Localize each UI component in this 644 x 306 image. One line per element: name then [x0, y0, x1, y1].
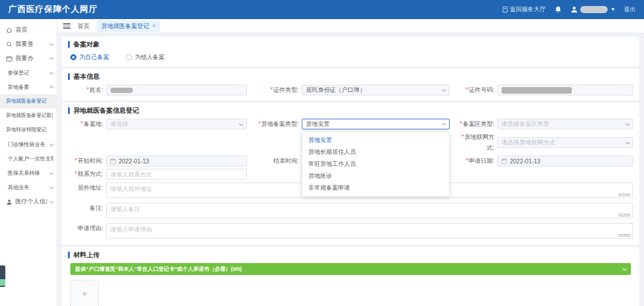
redacted-cert-no-value [501, 87, 572, 94]
material-banner[interactable]: 提供“户口簿首页”和本人“常住人口登记卡”或个人承诺书（必需）(0/0) [70, 263, 631, 275]
contact-input[interactable] [106, 169, 247, 180]
name-field[interactable] [106, 85, 247, 95]
address-label: 居外地址: [68, 183, 106, 193]
filing-type-select[interactable]: 异地安置 [302, 119, 450, 129]
remark-counter: 0/200 [618, 212, 630, 218]
zone-type-select[interactable]: 请选择备案区类型 [497, 119, 633, 129]
filing-place-select[interactable]: 请选择 [106, 119, 247, 129]
chevron-down-icon [626, 140, 630, 144]
sidebar-item-remote-medical-filing[interactable]: 异地就医备案登记 [0, 94, 57, 109]
sidebar: 首页 我要查 我要办 参保登记 异地备案 异地就医备案登记 异地就医备案登记取消… [0, 19, 57, 306]
tab-home[interactable]: 首页 [78, 22, 89, 30]
user-avatar-icon [571, 6, 578, 13]
chevron-down-icon [49, 141, 54, 146]
sidebar-item-referral-registration[interactable]: 异地转诊转院登记 [0, 123, 57, 137]
cert-no-field[interactable] [497, 85, 633, 95]
filing-place-label: *备案地: [68, 119, 106, 129]
dropdown-option[interactable]: 异地急诊 [302, 170, 449, 182]
chevron-up-icon [442, 122, 446, 126]
radio-for-other[interactable]: 为他人备案 [126, 53, 165, 61]
sidebar-item-account-withdrawal[interactable]: 个人账户一次性支取 [0, 152, 57, 166]
folder-icon [6, 55, 13, 62]
dropdown-option[interactable]: 异地长期居住人员 [302, 146, 449, 158]
section-basic-info: 基本信息 *姓名: *证件类型: 居民身份证（户口簿） [62, 69, 639, 100]
chevron-down-icon [49, 41, 54, 45]
chevron-down-icon [626, 121, 630, 125]
start-date-field[interactable]: 2022-01-13 [106, 156, 247, 166]
sidebar-item-handle[interactable]: 我要办 [0, 51, 57, 66]
name-label: *姓名: [68, 85, 106, 95]
app-title: 广西医疗保障个人网厅 [8, 4, 98, 15]
network-mode-select[interactable]: 请选择异地联网方式 [497, 137, 633, 148]
person-icon [6, 199, 13, 205]
section-title-materials: 材料上传 [62, 247, 639, 262]
apply-date-label: *申请日期: [454, 156, 497, 166]
section-materials: 材料上传 提供“户口簿首页”和本人“常住人口登记卡”或个人承诺书（必需）(0/0… [62, 247, 639, 306]
contact-label: *联系方式: [68, 169, 106, 180]
reason-label: 申请理由: [68, 223, 106, 234]
dropdown-option[interactable]: 非常规备案申请 [302, 182, 449, 194]
close-icon[interactable]: × [152, 23, 156, 29]
chevron-down-icon [49, 70, 54, 74]
plus-icon: + [82, 289, 87, 299]
dropdown-option[interactable]: 常驻异地工作人员 [302, 158, 449, 170]
end-date-label: 结束时间: [255, 156, 302, 166]
cert-no-label: *证件号码: [454, 85, 497, 95]
user-menu[interactable] [571, 6, 615, 13]
remark-label: 备注: [68, 203, 106, 214]
section-bar [68, 107, 70, 114]
section-bar [68, 41, 70, 48]
upload-button[interactable]: + [70, 280, 99, 306]
calendar-icon [501, 159, 507, 164]
start-date-label: *开始时间: [68, 156, 106, 166]
chevron-up-icon [49, 57, 54, 61]
chevron-down-icon [611, 8, 615, 11]
filing-type-dropdown: 异地安置 异地长期居住人员 常驻异地工作人员 异地急诊 非常规备案申请 [302, 131, 450, 197]
hamburger-icon[interactable] [63, 23, 70, 29]
logout-button[interactable]: 退出 [624, 5, 636, 14]
chevron-down-icon [49, 199, 54, 203]
search-icon [6, 41, 13, 48]
sidebar-item-chronic-disease[interactable]: 门诊慢性病业务 [0, 137, 57, 152]
section-bar [68, 252, 70, 258]
cert-type-select[interactable]: 居民身份证（户口簿） [302, 85, 450, 95]
chevron-down-icon [442, 87, 446, 91]
tab-bar: 首页 异地就医备案登记 × [57, 19, 644, 33]
section-title-filing-info: 异地就医备案信息登记 [62, 103, 639, 118]
sidebar-item-query[interactable]: 我要查 [0, 37, 57, 51]
sidebar-item-enroll-registration[interactable]: 参保登记 [0, 66, 57, 80]
sidebar-item-personal-info[interactable]: 医疗个人信息 [0, 194, 57, 209]
sidebar-item-insurance-transfer[interactable]: 医保关系转移 [0, 166, 57, 180]
app-header: 广西医疗保障个人网厅 返回服务大厅 退出 [0, 0, 644, 19]
radio-for-self[interactable]: 为自己备案 [70, 53, 109, 61]
return-hall-button[interactable]: 返回服务大厅 [503, 5, 546, 14]
tab-remote-filing[interactable]: 异地就医备案登记 × [97, 20, 160, 32]
cert-type-label: *证件类型: [255, 85, 302, 95]
network-mode-label: *异地联网方式: [454, 132, 497, 153]
dropdown-option[interactable]: 异地安置 [302, 134, 449, 146]
section-filing-info: 异地就医备案信息登记 *备案地: 请选择 *异地备案类型: [62, 103, 639, 245]
chevron-down-icon [239, 121, 243, 125]
section-title-record-target: 备案对象 [62, 36, 639, 51]
redacted-name-value [110, 88, 133, 93]
notification-bell-icon[interactable] [555, 6, 562, 14]
sidebar-item-home[interactable]: 首页 [0, 23, 57, 37]
apply-date-field[interactable]: 2022-01-13 [497, 156, 633, 166]
chevron-down-icon [49, 170, 54, 174]
sidebar-item-remote-filing[interactable]: 异地备案 [0, 80, 57, 94]
side-tool-handle[interactable] [0, 265, 5, 287]
zone-type-label: *备案区类型: [454, 119, 497, 129]
chevron-down-icon [49, 184, 54, 188]
reason-textarea[interactable] [106, 223, 633, 239]
chevron-up-icon [49, 85, 54, 89]
filing-type-label: *异地备案类型: [255, 119, 302, 129]
calendar-icon [110, 159, 116, 164]
section-title-basic-info: 基本信息 [62, 69, 639, 84]
return-hall-label: 返回服务大厅 [510, 5, 546, 14]
sidebar-item-other-business[interactable]: 其他业务 [0, 180, 57, 194]
chevron-down-icon [623, 266, 627, 270]
radio-selected-icon [70, 54, 76, 60]
remark-textarea[interactable] [106, 203, 633, 218]
sidebar-item-remote-filing-cancel[interactable]: 异地就医备案登记取消 [0, 109, 57, 123]
document-icon [503, 7, 507, 13]
